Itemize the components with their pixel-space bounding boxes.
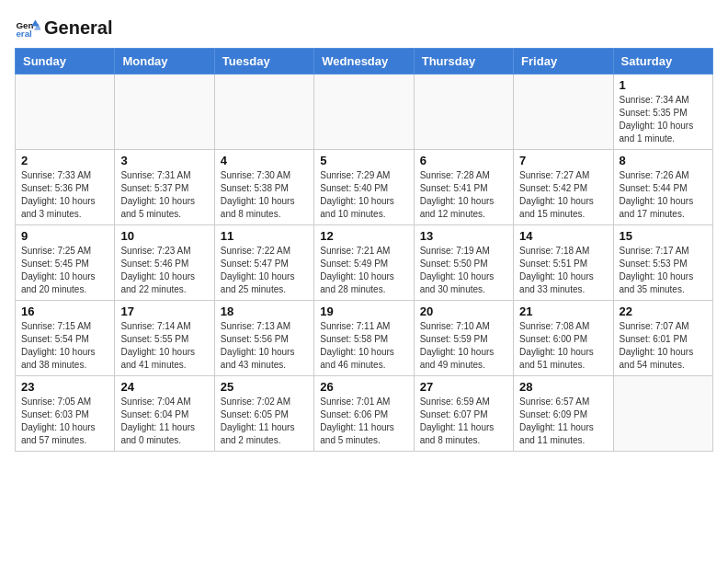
day-number: 22	[620, 304, 707, 318]
weekday-header-sunday: Sunday	[16, 49, 115, 75]
day-info: Sunrise: 7:30 AM Sunset: 5:38 PM Dayligh…	[221, 169, 308, 221]
day-info: Sunrise: 7:29 AM Sunset: 5:40 PM Dayligh…	[320, 169, 407, 221]
day-info: Sunrise: 7:13 AM Sunset: 5:56 PM Dayligh…	[221, 320, 308, 372]
logo-icon: Gen eral	[15, 15, 40, 40]
calendar-cell	[314, 75, 414, 150]
day-number: 27	[420, 380, 507, 394]
page-header: Gen eral General	[15, 15, 713, 40]
calendar-cell: 4Sunrise: 7:30 AM Sunset: 5:38 PM Daylig…	[214, 150, 313, 225]
calendar-cell: 10Sunrise: 7:23 AM Sunset: 5:46 PM Dayli…	[115, 225, 214, 301]
day-info: Sunrise: 7:17 AM Sunset: 5:53 PM Dayligh…	[620, 245, 707, 296]
calendar-cell: 3Sunrise: 7:31 AM Sunset: 5:37 PM Daylig…	[115, 150, 214, 225]
calendar-cell: 6Sunrise: 7:28 AM Sunset: 5:41 PM Daylig…	[414, 150, 513, 225]
day-info: Sunrise: 7:33 AM Sunset: 5:36 PM Dayligh…	[21, 169, 108, 221]
calendar-cell	[16, 75, 115, 150]
calendar-cell: 16Sunrise: 7:15 AM Sunset: 5:54 PM Dayli…	[16, 301, 115, 376]
day-number: 17	[120, 304, 208, 318]
calendar-cell: 11Sunrise: 7:22 AM Sunset: 5:47 PM Dayli…	[214, 225, 313, 301]
day-number: 26	[320, 380, 407, 394]
calendar-cell: 12Sunrise: 7:21 AM Sunset: 5:49 PM Dayli…	[314, 225, 414, 301]
calendar-cell: 26Sunrise: 7:01 AM Sunset: 6:06 PM Dayli…	[314, 376, 414, 452]
day-info: Sunrise: 7:23 AM Sunset: 5:46 PM Dayligh…	[120, 245, 208, 296]
weekday-header-thursday: Thursday	[414, 49, 513, 75]
day-info: Sunrise: 7:10 AM Sunset: 5:59 PM Dayligh…	[420, 320, 507, 372]
calendar-cell	[514, 75, 613, 150]
calendar-cell: 20Sunrise: 7:10 AM Sunset: 5:59 PM Dayli…	[414, 301, 513, 376]
calendar-cell: 23Sunrise: 7:05 AM Sunset: 6:03 PM Dayli…	[16, 376, 115, 452]
calendar-cell: 15Sunrise: 7:17 AM Sunset: 5:53 PM Dayli…	[613, 225, 712, 301]
calendar-cell: 27Sunrise: 6:59 AM Sunset: 6:07 PM Dayli…	[414, 376, 513, 452]
calendar-cell	[214, 75, 313, 150]
day-info: Sunrise: 7:01 AM Sunset: 6:06 PM Dayligh…	[320, 396, 407, 447]
week-row-4: 16Sunrise: 7:15 AM Sunset: 5:54 PM Dayli…	[16, 301, 713, 376]
day-info: Sunrise: 6:59 AM Sunset: 6:07 PM Dayligh…	[420, 396, 507, 447]
day-number: 7	[519, 154, 607, 167]
day-info: Sunrise: 7:28 AM Sunset: 5:41 PM Dayligh…	[420, 169, 507, 221]
calendar-cell: 14Sunrise: 7:18 AM Sunset: 5:51 PM Dayli…	[514, 225, 613, 301]
day-number: 12	[320, 229, 407, 243]
day-number: 2	[21, 154, 108, 167]
calendar-cell: 22Sunrise: 7:07 AM Sunset: 6:01 PM Dayli…	[613, 301, 712, 376]
logo: Gen eral General	[15, 15, 112, 40]
day-info: Sunrise: 7:25 AM Sunset: 5:45 PM Dayligh…	[21, 245, 108, 296]
calendar-cell: 7Sunrise: 7:27 AM Sunset: 5:42 PM Daylig…	[514, 150, 613, 225]
day-number: 8	[620, 154, 707, 167]
day-number: 20	[420, 304, 507, 318]
day-number: 1	[620, 78, 707, 92]
day-info: Sunrise: 7:07 AM Sunset: 6:01 PM Dayligh…	[620, 320, 707, 372]
day-number: 15	[620, 229, 707, 243]
day-number: 4	[221, 154, 308, 167]
day-number: 10	[120, 229, 208, 243]
calendar-cell: 1Sunrise: 7:34 AM Sunset: 5:35 PM Daylig…	[613, 75, 712, 150]
day-info: Sunrise: 7:26 AM Sunset: 5:44 PM Dayligh…	[620, 169, 707, 221]
day-info: Sunrise: 7:31 AM Sunset: 5:37 PM Dayligh…	[120, 169, 208, 221]
calendar-cell	[414, 75, 513, 150]
calendar-cell: 24Sunrise: 7:04 AM Sunset: 6:04 PM Dayli…	[115, 376, 214, 452]
day-number: 18	[221, 304, 308, 318]
day-number: 13	[420, 229, 507, 243]
calendar-cell	[613, 376, 712, 452]
weekday-header-wednesday: Wednesday	[314, 49, 414, 75]
day-info: Sunrise: 7:19 AM Sunset: 5:50 PM Dayligh…	[420, 245, 507, 296]
calendar-table: SundayMondayTuesdayWednesdayThursdayFrid…	[15, 48, 713, 452]
calendar-cell: 28Sunrise: 6:57 AM Sunset: 6:09 PM Dayli…	[514, 376, 613, 452]
day-info: Sunrise: 7:08 AM Sunset: 6:00 PM Dayligh…	[519, 320, 607, 372]
day-info: Sunrise: 7:05 AM Sunset: 6:03 PM Dayligh…	[21, 396, 108, 447]
calendar-cell: 17Sunrise: 7:14 AM Sunset: 5:55 PM Dayli…	[115, 301, 214, 376]
calendar-cell: 13Sunrise: 7:19 AM Sunset: 5:50 PM Dayli…	[414, 225, 513, 301]
calendar-cell: 19Sunrise: 7:11 AM Sunset: 5:58 PM Dayli…	[314, 301, 414, 376]
day-number: 5	[320, 154, 407, 167]
calendar-cell: 9Sunrise: 7:25 AM Sunset: 5:45 PM Daylig…	[16, 225, 115, 301]
day-info: Sunrise: 7:02 AM Sunset: 6:05 PM Dayligh…	[221, 396, 308, 447]
weekday-header-friday: Friday	[514, 49, 613, 75]
day-info: Sunrise: 7:14 AM Sunset: 5:55 PM Dayligh…	[120, 320, 208, 372]
calendar-cell	[115, 75, 214, 150]
day-number: 24	[120, 380, 208, 394]
day-number: 9	[21, 229, 108, 243]
day-info: Sunrise: 7:27 AM Sunset: 5:42 PM Dayligh…	[519, 169, 607, 221]
day-number: 28	[519, 380, 607, 394]
calendar-cell: 5Sunrise: 7:29 AM Sunset: 5:40 PM Daylig…	[314, 150, 414, 225]
week-row-3: 9Sunrise: 7:25 AM Sunset: 5:45 PM Daylig…	[16, 225, 713, 301]
logo-text: General	[44, 17, 112, 38]
day-number: 14	[519, 229, 607, 243]
day-info: Sunrise: 7:21 AM Sunset: 5:49 PM Dayligh…	[320, 245, 407, 296]
day-number: 25	[221, 380, 308, 394]
calendar-cell: 21Sunrise: 7:08 AM Sunset: 6:00 PM Dayli…	[514, 301, 613, 376]
day-info: Sunrise: 7:11 AM Sunset: 5:58 PM Dayligh…	[320, 320, 407, 372]
day-number: 16	[21, 304, 108, 318]
day-info: Sunrise: 7:15 AM Sunset: 5:54 PM Dayligh…	[21, 320, 108, 372]
day-info: Sunrise: 7:22 AM Sunset: 5:47 PM Dayligh…	[221, 245, 308, 296]
week-row-1: 1Sunrise: 7:34 AM Sunset: 5:35 PM Daylig…	[16, 75, 713, 150]
weekday-header-saturday: Saturday	[613, 49, 712, 75]
day-number: 19	[320, 304, 407, 318]
week-row-5: 23Sunrise: 7:05 AM Sunset: 6:03 PM Dayli…	[16, 376, 713, 452]
day-number: 23	[21, 380, 108, 394]
day-number: 6	[420, 154, 507, 167]
day-number: 21	[519, 304, 607, 318]
calendar-cell: 8Sunrise: 7:26 AM Sunset: 5:44 PM Daylig…	[613, 150, 712, 225]
day-info: Sunrise: 7:04 AM Sunset: 6:04 PM Dayligh…	[120, 396, 208, 447]
day-number: 3	[120, 154, 208, 167]
svg-text:eral: eral	[16, 29, 32, 39]
weekday-header-monday: Monday	[115, 49, 214, 75]
